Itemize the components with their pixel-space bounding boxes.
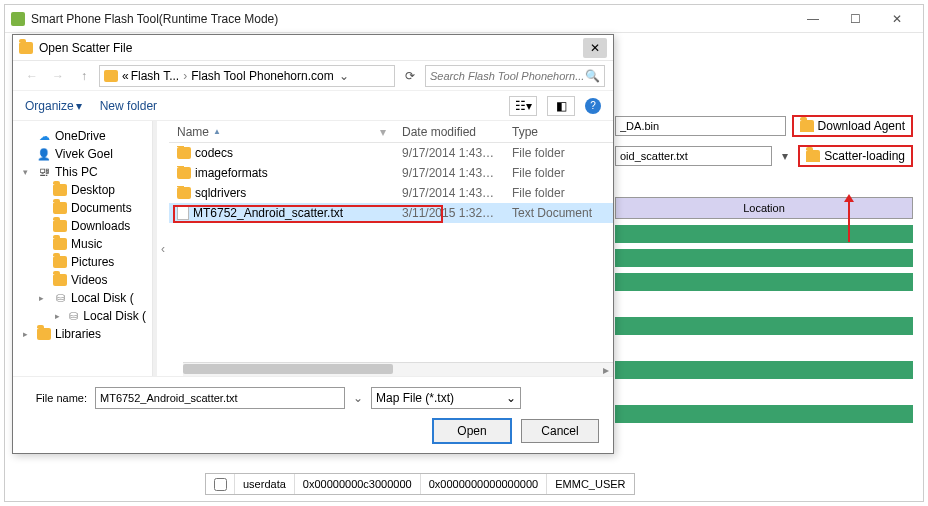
- expand-icon: ▸: [39, 293, 49, 303]
- tree-item-pictures[interactable]: Pictures: [17, 253, 148, 271]
- folder-icon: [177, 167, 191, 179]
- view-mode-button[interactable]: ☷▾: [509, 96, 537, 116]
- tree-item-label: Documents: [71, 201, 132, 215]
- new-folder-button[interactable]: New folder: [100, 99, 157, 113]
- tree-item-this-pc[interactable]: ▾🖳This PC: [17, 163, 148, 181]
- userdata-checkbox[interactable]: [214, 478, 227, 491]
- tree-item-label: Vivek Goel: [55, 147, 113, 161]
- nav-tree[interactable]: ☁OneDrive👤Vivek Goel▾🖳This PCDesktopDocu…: [13, 121, 153, 376]
- tree-item-libraries[interactable]: ▸Libraries: [17, 325, 148, 343]
- nav-forward-button[interactable]: →: [47, 65, 69, 87]
- scatter-file-field[interactable]: [615, 146, 772, 166]
- breadcrumb-dropdown[interactable]: ⌄: [336, 69, 352, 83]
- chevron-right-icon: ›: [181, 69, 189, 83]
- breadcrumb-prefix: «: [122, 69, 129, 83]
- dialog-titlebar: Open Scatter File ✕: [13, 35, 613, 61]
- folder-icon: [800, 120, 814, 132]
- tree-item-vivek-goel[interactable]: 👤Vivek Goel: [17, 145, 148, 163]
- file-list-header: Name▲▾ Date modified Type: [169, 121, 613, 143]
- folder-icon: [53, 202, 67, 214]
- search-box[interactable]: 🔍: [425, 65, 605, 87]
- tree-item-local-disk-[interactable]: ▸⛁Local Disk (: [17, 289, 148, 307]
- dialog-title: Open Scatter File: [39, 41, 583, 55]
- download-agent-field[interactable]: [615, 116, 786, 136]
- search-input[interactable]: [430, 70, 585, 82]
- search-icon: 🔍: [585, 69, 600, 83]
- help-button[interactable]: ?: [585, 98, 601, 114]
- tree-item-documents[interactable]: Documents: [17, 199, 148, 217]
- folder-icon: [53, 184, 67, 196]
- refresh-button[interactable]: ⟳: [399, 65, 421, 87]
- file-type: Text Document: [504, 206, 613, 220]
- tree-item-label: Desktop: [71, 183, 115, 197]
- pc-icon: 🖳: [37, 165, 51, 179]
- file-type: File folder: [504, 146, 613, 160]
- file-row[interactable]: imageformats9/17/2014 1:43 PMFile folder: [169, 163, 613, 183]
- folder-icon: [37, 328, 51, 340]
- chevron-down-icon[interactable]: ⌄: [353, 391, 363, 405]
- scatter-loading-button[interactable]: Scatter-loading: [798, 145, 913, 167]
- cancel-button[interactable]: Cancel: [521, 419, 599, 443]
- file-name: imageformats: [195, 166, 268, 180]
- horizontal-scrollbar[interactable]: ▸: [183, 362, 613, 376]
- tree-item-downloads[interactable]: Downloads: [17, 217, 148, 235]
- column-name[interactable]: Name▲▾: [169, 125, 394, 139]
- nav-up-button[interactable]: ↑: [73, 65, 95, 87]
- userdata-addr1: 0x00000000c3000000: [294, 474, 420, 494]
- scrollbar-thumb[interactable]: [183, 364, 393, 374]
- tree-item-label: Local Disk (: [83, 309, 146, 323]
- userdata-region: EMMC_USER: [546, 474, 633, 494]
- tree-item-music[interactable]: Music: [17, 235, 148, 253]
- folder-icon: [53, 220, 67, 232]
- maximize-button[interactable]: ☐: [835, 7, 875, 31]
- scroll-right-button[interactable]: ▸: [599, 363, 613, 377]
- organize-menu[interactable]: Organize▾: [25, 99, 82, 113]
- file-list[interactable]: codecs9/17/2014 1:43 PMFile folderimagef…: [169, 143, 613, 362]
- dialog-nav-bar: ← → ↑ « Flash T... › Flash Tool Phonehor…: [13, 61, 613, 91]
- folder-icon: [806, 150, 820, 162]
- preview-pane-button[interactable]: ◧: [547, 96, 575, 116]
- close-button[interactable]: ✕: [877, 7, 917, 31]
- annotation-arrow: [848, 200, 850, 242]
- nav-back-button[interactable]: ←: [21, 65, 43, 87]
- folder-icon: [177, 187, 191, 199]
- dialog-close-button[interactable]: ✕: [583, 38, 607, 58]
- tree-item-onedrive[interactable]: ☁OneDrive: [17, 127, 148, 145]
- file-row[interactable]: codecs9/17/2014 1:43 PMFile folder: [169, 143, 613, 163]
- disk-icon: ⛁: [67, 309, 79, 323]
- chevron-down-icon: ▾: [76, 99, 82, 113]
- tree-item-label: Libraries: [55, 327, 101, 341]
- tree-item-desktop[interactable]: Desktop: [17, 181, 148, 199]
- dialog-footer: File name: ⌄ Map File (*.txt)⌄ Open Canc…: [13, 376, 613, 453]
- file-name-input[interactable]: [95, 387, 345, 409]
- column-date[interactable]: Date modified: [394, 125, 504, 139]
- tree-item-label: Music: [71, 237, 102, 251]
- location-column-header: Location: [615, 197, 913, 219]
- breadcrumb[interactable]: « Flash T... › Flash Tool Phonehorn.com …: [99, 65, 395, 87]
- folder-icon: [53, 238, 67, 250]
- tree-item-label: Pictures: [71, 255, 114, 269]
- column-type[interactable]: Type: [504, 125, 613, 139]
- tree-toggle[interactable]: ‹: [157, 121, 169, 376]
- breadcrumb-part[interactable]: Flash Tool Phonehorn.com: [191, 69, 334, 83]
- cloud-icon: ☁: [37, 129, 51, 143]
- file-type-filter[interactable]: Map File (*.txt)⌄: [371, 387, 521, 409]
- dropdown-icon[interactable]: ▾: [778, 149, 792, 163]
- file-name: MT6752_Android_scatter.txt: [193, 206, 343, 220]
- tree-item-local-disk-[interactable]: ▸⛁Local Disk (: [17, 307, 148, 325]
- file-name: codecs: [195, 146, 233, 160]
- breadcrumb-part[interactable]: Flash T...: [131, 69, 179, 83]
- minimize-button[interactable]: —: [793, 7, 833, 31]
- file-row[interactable]: MT6752_Android_scatter.txt3/11/2015 1:32…: [169, 203, 613, 223]
- partition-rows: [615, 225, 913, 423]
- open-button[interactable]: Open: [433, 419, 511, 443]
- tree-item-videos[interactable]: Videos: [17, 271, 148, 289]
- file-icon: [177, 206, 189, 220]
- file-row[interactable]: sqldrivers9/17/2014 1:43 PMFile folder: [169, 183, 613, 203]
- partition-userdata-row[interactable]: userdata 0x00000000c3000000 0x0000000000…: [205, 473, 635, 495]
- file-date: 9/17/2014 1:43 PM: [394, 146, 504, 160]
- tree-item-label: This PC: [55, 165, 98, 179]
- tree-item-label: Videos: [71, 273, 107, 287]
- chevron-down-icon[interactable]: ▾: [380, 125, 386, 139]
- download-agent-button[interactable]: Download Agent: [792, 115, 913, 137]
